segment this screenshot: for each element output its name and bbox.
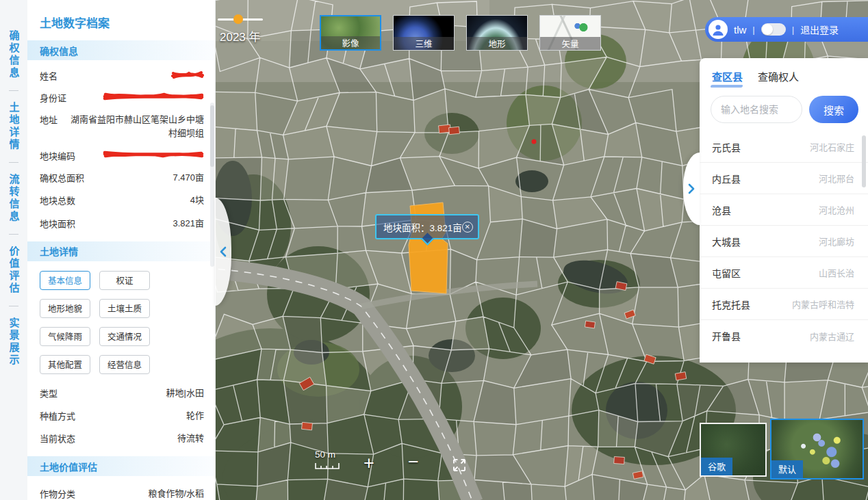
parcel-area-text: 地块面积：3.821亩 bbox=[383, 220, 462, 234]
row-value: 待流转 bbox=[177, 432, 204, 445]
county-region: 河北邢台 bbox=[819, 172, 854, 185]
scale-ruler-icon bbox=[315, 462, 340, 469]
county-name: 元氏县 bbox=[712, 140, 741, 154]
parcel-area-tooltip: 地块面积：3.821亩 ✕ bbox=[375, 214, 479, 239]
detail-tab-other-config[interactable]: 其他配置 bbox=[40, 355, 90, 374]
row-label: 地址 bbox=[40, 113, 58, 126]
logout-button[interactable]: 退出登录 bbox=[800, 23, 839, 36]
layer-vector[interactable]: 矢量 bbox=[539, 15, 601, 51]
redaction-scribble bbox=[171, 69, 204, 80]
basemap-google[interactable]: 谷歌 bbox=[700, 423, 767, 477]
row-value: 3.821亩 bbox=[173, 217, 204, 231]
search-row: 搜索 bbox=[700, 89, 868, 123]
map-marker-dot[interactable] bbox=[532, 140, 537, 144]
tab-search-county[interactable]: 查区县 bbox=[712, 69, 743, 89]
row-label: 种植方式 bbox=[40, 409, 75, 422]
county-name: 开鲁县 bbox=[712, 329, 741, 343]
row-label: 地块面积 bbox=[40, 217, 75, 230]
info-row-crop-category: 作物分类 粮食作物/水稻 bbox=[27, 487, 215, 500]
info-row-address: 地址 湖南省益阳市赫山区笔架山乡中塘村细坝组 bbox=[27, 113, 215, 140]
row-label: 身份证 bbox=[40, 91, 66, 104]
county-region: 内蒙古呼和浩特 bbox=[792, 298, 854, 311]
list-scrollbar-thumb[interactable] bbox=[862, 135, 866, 187]
county-row-kailu[interactable]: 开鲁县 内蒙古通辽 bbox=[700, 320, 868, 352]
detail-tab-operation-info[interactable]: 经营信息 bbox=[99, 355, 150, 374]
search-button[interactable]: 搜索 bbox=[809, 96, 858, 123]
search-tabs: 查区县 查确权人 bbox=[700, 58, 868, 89]
nav-item-rights-info[interactable]: 确权信息 bbox=[9, 30, 19, 79]
row-value: 7.470亩 bbox=[173, 171, 204, 185]
info-row-planting-method: 种植方式 轮作 bbox=[27, 409, 215, 423]
row-value: 4块 bbox=[190, 194, 204, 207]
zoom-in-button[interactable]: + bbox=[363, 454, 374, 473]
section-header-value-eval: 土地价值评估 bbox=[27, 456, 215, 476]
theme-toggle[interactable] bbox=[761, 23, 786, 36]
scale-label: 50 m bbox=[315, 449, 340, 460]
nav-item-scene-display[interactable]: 实景展示 bbox=[9, 317, 19, 367]
county-row-cangxian[interactable]: 沧县 河北沧州 bbox=[700, 194, 868, 226]
fullscreen-icon[interactable] bbox=[451, 457, 468, 473]
nav-item-land-detail[interactable]: 土地详情 bbox=[9, 102, 19, 151]
row-label: 确权总面积 bbox=[40, 171, 84, 184]
search-input[interactable] bbox=[711, 96, 802, 123]
layer-terrain[interactable]: 地形 bbox=[466, 15, 528, 51]
user-bar: tlw | | 退出登录 bbox=[705, 17, 868, 42]
panel-scrollbar-thumb[interactable] bbox=[210, 105, 214, 167]
detail-tab-topography[interactable]: 地形地貌 bbox=[40, 299, 90, 318]
tooltip-close-icon[interactable]: ✕ bbox=[462, 222, 473, 233]
timeline-year-label: 2023 年 bbox=[220, 27, 261, 44]
left-vertical-nav: 确权信息 土地详情 流转信息 价值评估 实景展示 bbox=[0, 0, 27, 500]
layer-switcher: 影像 三维 地形 矢量 bbox=[320, 15, 601, 51]
land-archive-panel: 土地数字档案 确权信息 姓名 身份证 地址 湖南省益阳市赫山区笔架山乡中塘村细坝… bbox=[27, 0, 216, 500]
detail-tab-climate[interactable]: 气候降雨 bbox=[40, 327, 90, 346]
county-row-dacheng[interactable]: 大城县 河北廊坊 bbox=[700, 226, 868, 257]
layer-imagery[interactable]: 影像 bbox=[320, 15, 381, 51]
detail-tab-basic-info[interactable]: 基本信息 bbox=[40, 271, 90, 290]
county-row-neiqiu[interactable]: 内丘县 河北邢台 bbox=[700, 163, 868, 194]
row-value: 湖南省益阳市赫山区笔架山乡中塘村细坝组 bbox=[71, 113, 204, 140]
info-row-total-area: 确权总面积 7.470亩 bbox=[27, 171, 215, 185]
layer-3d[interactable]: 三维 bbox=[393, 15, 455, 51]
basemap-default-label: 默认 bbox=[771, 460, 803, 478]
page-title: 土地数字档案 bbox=[40, 14, 215, 31]
row-label: 当前状态 bbox=[40, 432, 75, 445]
detail-tab-certificate[interactable]: 权证 bbox=[99, 271, 150, 290]
detail-tab-traffic[interactable]: 交通情况 bbox=[99, 327, 150, 346]
county-row-tuoketuo[interactable]: 托克托县 内蒙古呼和浩特 bbox=[700, 289, 868, 320]
timeline-knob[interactable] bbox=[233, 14, 243, 24]
panel-scrollbar[interactable] bbox=[210, 103, 214, 267]
section-header-rights: 确权信息 bbox=[27, 40, 215, 60]
tab-search-rights-holder[interactable]: 查确权人 bbox=[758, 69, 799, 89]
userbar-separator: | bbox=[792, 25, 794, 35]
nav-separator bbox=[9, 90, 18, 91]
nav-item-value-eval[interactable]: 价值评估 bbox=[9, 246, 19, 295]
section-header-detail: 土地详情 bbox=[27, 241, 215, 261]
tab-label: 查确权人 bbox=[758, 71, 799, 83]
detail-tab-soil[interactable]: 土壤土质 bbox=[99, 299, 150, 318]
county-region: 内蒙古通辽 bbox=[810, 330, 854, 343]
userbar-separator: | bbox=[752, 25, 754, 35]
row-label: 姓名 bbox=[40, 69, 58, 82]
info-row-parcel-count: 地块总数 4块 bbox=[27, 194, 215, 207]
row-value: 轮作 bbox=[186, 409, 204, 423]
map-scale: 50 m bbox=[315, 449, 340, 472]
tab-label: 查区县 bbox=[712, 71, 743, 83]
row-label: 类型 bbox=[40, 386, 58, 399]
avatar[interactable] bbox=[709, 20, 728, 39]
county-region: 河北沧州 bbox=[819, 203, 854, 216]
zoom-out-button[interactable]: − bbox=[408, 453, 419, 471]
county-name: 沧县 bbox=[712, 203, 731, 217]
info-row-parcel-code: 地块编码 bbox=[27, 149, 215, 162]
layer-terrain-label: 地形 bbox=[467, 37, 527, 50]
row-label: 地块编码 bbox=[40, 149, 75, 162]
search-panel: 查区县 查确权人 搜索 元氏县 河北石家庄 内丘县 河北邢台 沧县 河北沧州 大… bbox=[700, 58, 868, 363]
timeline-slider[interactable]: 2023 年 bbox=[218, 7, 293, 45]
chevron-right-icon bbox=[688, 183, 695, 194]
county-row-yuanshi[interactable]: 元氏县 河北石家庄 bbox=[700, 131, 868, 163]
basemap-google-label: 谷歌 bbox=[701, 458, 732, 475]
nav-item-transfer-info[interactable]: 流转信息 bbox=[9, 174, 19, 223]
county-row-tunliu[interactable]: 屯留区 山西长治 bbox=[700, 257, 868, 289]
row-label: 地块总数 bbox=[40, 194, 75, 207]
basemap-default[interactable]: 默认 bbox=[770, 419, 864, 479]
county-region: 河北廊坊 bbox=[819, 235, 854, 248]
